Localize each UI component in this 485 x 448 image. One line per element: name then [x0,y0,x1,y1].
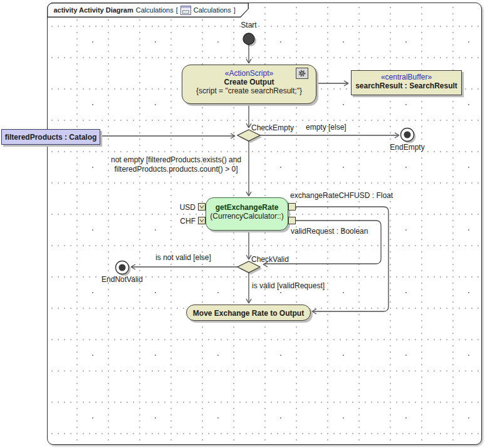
get-exchange-rate-action[interactable]: getExchangeRate (CurrencyCalculator::) [206,197,288,231]
create-output-script: {script = "create searchResult;"} [182,86,316,95]
create-output-action[interactable]: «ActionScript» Create Output {script = "… [182,65,316,104]
move-exchange-rate-action[interactable]: Move Exchange Rate to Output [186,305,311,321]
end-empty-final-node[interactable] [401,128,414,142]
behavior-gear-icon[interactable] [296,68,308,79]
empty-guard-label[interactable]: empty [else] [306,123,347,132]
end-not-valid-label: EndNotValid [91,275,154,284]
not-empty-guard-line1: not empty [filteredProducts.exists() and [90,155,263,165]
not-empty-guard-line2: filteredProducts.products.count() > 0] [90,165,263,174]
move-exchange-rate-name: Move Exchange Rate to Output [193,309,304,318]
chf-pin-label: CHF [164,217,196,226]
filtered-products-name: filteredProducts : Catalog [5,133,97,142]
get-exchange-rate-name: getExchangeRate [206,203,288,212]
not-empty-guard-label[interactable]: not empty [filteredProducts.exists() and… [90,155,263,174]
search-result-name: searchResult : SearchResult [352,81,461,90]
chf-input-pin[interactable] [198,217,206,224]
usd-pin-label: USD [164,203,196,212]
objectflow-exchangerate-to-move[interactable] [296,207,389,311]
valid-guard-label[interactable]: is valid [validRequest] [252,281,325,290]
create-output-name: Create Output [182,78,316,86]
valid-request-output-pin[interactable] [288,217,296,224]
activity-diagram-canvas: activity Activity Diagram Calculations [… [0,0,485,448]
check-empty-label[interactable]: CheckEmpty [251,123,294,132]
filtered-products-object-node[interactable]: filteredProducts : Catalog [1,129,100,145]
usd-input-pin[interactable] [198,203,206,211]
start-label: Start [217,21,280,29]
pin-chevron-icon [199,204,204,209]
search-result-central-buffer[interactable]: «centralBuffer» searchResult : SearchRes… [351,70,462,95]
central-buffer-stereotype: «centralBuffer» [352,73,461,81]
exchange-rate-output-pin[interactable] [288,203,296,211]
valid-request-output-label: validRequest : Boolean [291,227,368,236]
exchange-rate-output-label: exchangeRateCHFUSD : Float [290,191,393,200]
check-valid-label[interactable]: CheckValid [251,255,289,264]
not-valid-guard-label[interactable]: is not valid [else] [144,253,222,262]
end-not-valid-final-node[interactable] [116,261,129,274]
pin-chevron-icon [199,218,204,223]
get-exchange-rate-classifier: (CurrencyCalculator::) [206,212,288,221]
start-node[interactable] [243,33,254,44]
end-empty-label: EndEmpty [376,143,439,152]
